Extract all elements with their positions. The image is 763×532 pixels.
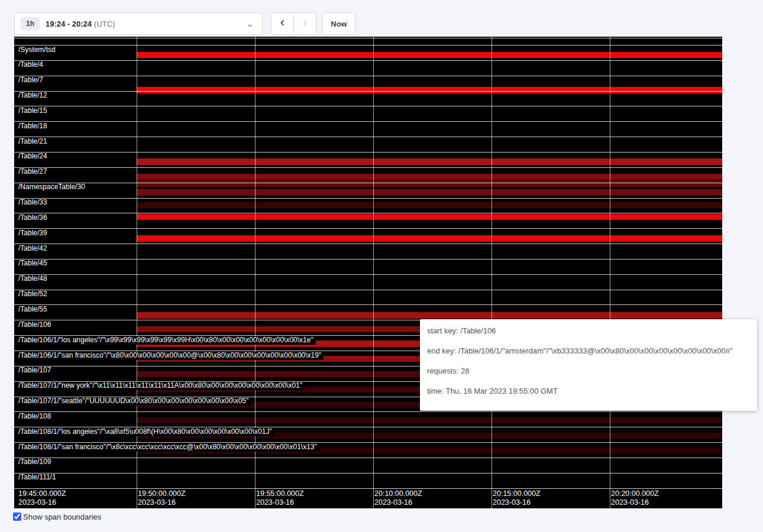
time-tick-date: 2023-03-16 — [374, 498, 422, 507]
key-label: /Table/106/1/"los angeles"/"\x99\x99\x99… — [18, 336, 316, 345]
time-tick: 20:20:00.000Z2023-03-16 — [611, 489, 659, 507]
tooltip-requests: requests: 28 — [427, 367, 750, 375]
span-boundary-line — [14, 121, 722, 122]
span-boundary-line — [14, 473, 722, 473]
span-boundary-line — [14, 244, 722, 244]
span-boundary-line — [14, 213, 722, 213]
key-label: /System/tsd — [18, 46, 58, 54]
key-label: /Table/42 — [18, 245, 50, 253]
key-label: /Table/18 — [18, 122, 50, 131]
time-window-next-button[interactable]: › — [293, 12, 316, 35]
heat-band[interactable] — [137, 235, 722, 242]
span-boundary-line — [14, 458, 722, 458]
heat-band[interactable] — [137, 87, 722, 93]
key-label: /Table/4 — [18, 61, 46, 69]
keyvis-canvas[interactable]: 19:45:00.000Z2023-03-1619:50:00.000Z2023… — [14, 37, 722, 508]
span-boundary-line — [14, 45, 722, 46]
key-label: /Table/106 — [18, 321, 53, 329]
heat-band[interactable] — [137, 189, 722, 196]
span-boundary-line — [14, 228, 722, 229]
span-boundary-line — [14, 183, 722, 183]
key-label: /Table/107 — [18, 366, 53, 375]
time-gridline — [255, 37, 256, 508]
show-span-boundaries[interactable]: Show span boundaries — [13, 512, 101, 521]
key-label: /Table/15 — [18, 107, 50, 115]
span-boundary-line — [14, 488, 722, 489]
key-label: /Table/33 — [18, 199, 50, 207]
heat-band[interactable] — [137, 52, 722, 58]
key-label: /Table/27 — [18, 168, 50, 176]
time-tick-date: 2023-03-16 — [18, 498, 66, 507]
key-label: /Table/39 — [18, 229, 50, 238]
key-label: /Table/106/1/"san francisco"/"\x80\x00\x… — [18, 352, 324, 360]
span-boundary-line — [14, 198, 722, 199]
time-window-nav: ‹ › — [271, 12, 316, 35]
span-boundary-line — [14, 304, 722, 305]
time-tick-date: 2023-03-16 — [493, 498, 541, 507]
span-boundary-line — [14, 38, 722, 38]
time-tick: 19:45:00.000Z2023-03-16 — [18, 489, 66, 507]
chevron-down-icon: ⌄ — [246, 21, 254, 27]
time-tick: 19:55:00.000Z2023-03-16 — [256, 489, 304, 507]
span-boundary-line — [14, 152, 722, 153]
tooltip-end-key: end key: /Table/106/1/"amsterdam"/"\xb33… — [427, 347, 750, 355]
time-tick: 19:50:00.000Z2023-03-16 — [138, 489, 186, 507]
key-label: /Table/21 — [18, 138, 50, 146]
key-label: /Table/12 — [18, 92, 50, 100]
tooltip-start-key: start key: /Table/106 — [427, 327, 750, 335]
key-label: /Table/108/1/"san francisco"/"\x8c\xcc\x… — [18, 443, 319, 452]
now-button[interactable]: Now — [322, 12, 355, 35]
key-label: /Table/109 — [18, 458, 53, 466]
time-tick-time: 20:10:00.000Z — [374, 489, 422, 498]
span-boundary-line — [14, 76, 722, 76]
span-boundary-line — [14, 274, 722, 275]
key-label: /Table/7 — [18, 76, 46, 85]
time-tick-time: 19:45:00.000Z — [18, 489, 66, 498]
key-label: /Table/108 — [18, 413, 53, 421]
span-boundary-line — [14, 411, 722, 412]
time-window-selector[interactable]: 1h 19:24 - 20:24 (UTC) ⌄ — [14, 12, 263, 35]
heat-band[interactable] — [137, 312, 722, 319]
heat-band[interactable] — [137, 417, 722, 423]
time-window-duration-badge: 1h — [21, 17, 40, 30]
time-gridline — [373, 37, 374, 508]
key-label: /Table/52 — [18, 290, 50, 299]
span-boundary-line — [14, 60, 722, 61]
time-tick: 20:15:00.000Z2023-03-16 — [493, 489, 541, 507]
time-tick-date: 2023-03-16 — [611, 498, 659, 507]
time-window-timezone: (UTC) — [94, 20, 115, 28]
time-window-prev-button[interactable]: ‹ — [271, 12, 294, 35]
time-tick-time: 20:20:00.000Z — [611, 489, 659, 498]
span-boundary-line — [14, 290, 722, 290]
span-boundary-line — [14, 137, 722, 137]
show-span-boundaries-label: Show span boundaries — [23, 512, 101, 521]
key-label: /Table/108/1/"los angeles"/"\xa8\xf5\u00… — [18, 428, 274, 436]
time-gridline — [492, 37, 492, 508]
key-label: /Table/55 — [18, 306, 50, 314]
heat-band[interactable] — [137, 202, 722, 208]
heat-band[interactable] — [137, 180, 722, 187]
key-label: /Table/48 — [18, 275, 50, 283]
chevron-left-icon: ‹ — [280, 14, 284, 31]
tooltip-time: time: Thu, 16 Mar 2023 19:55:00 GMT — [427, 387, 750, 395]
time-window-range: 19:24 - 20:24 — [46, 20, 92, 28]
key-label: /Table/36 — [18, 214, 50, 222]
heat-band[interactable] — [137, 158, 722, 165]
time-gridline — [610, 37, 610, 508]
time-tick-time: 20:15:00.000Z — [493, 489, 541, 498]
span-boundary-line — [14, 259, 722, 259]
keyvis-tooltip: start key: /Table/106 end key: /Table/10… — [420, 319, 757, 411]
span-boundary-line — [14, 167, 722, 168]
key-label: /Table/107/1/"seattle"/"UUUUUUD\x00\x80\… — [18, 397, 251, 406]
show-span-boundaries-checkbox[interactable] — [13, 512, 21, 521]
heat-band[interactable] — [137, 214, 722, 220]
span-boundary-line — [14, 106, 722, 106]
time-tick-date: 2023-03-16 — [138, 498, 186, 507]
key-label: /Table/107/1/"new york"/"\x11\x11\x11\x1… — [18, 382, 305, 390]
key-label: /Table/24 — [18, 153, 50, 161]
key-label: /NamespaceTable/30 — [18, 183, 88, 192]
heat-band[interactable] — [137, 174, 722, 180]
span-boundary-line — [14, 91, 722, 92]
time-tick: 20:10:00.000Z2023-03-16 — [374, 489, 422, 507]
time-tick-date: 2023-03-16 — [256, 498, 304, 507]
